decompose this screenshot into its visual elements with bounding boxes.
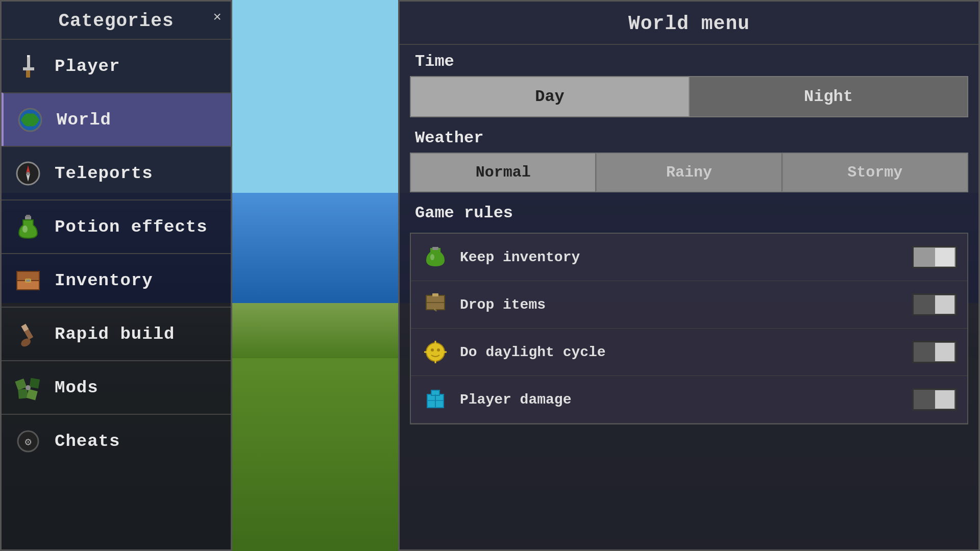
game-rules-section-label: Game rules — [400, 196, 978, 228]
sidebar-item-teleports[interactable]: Teleports — [2, 146, 231, 199]
world-icon — [14, 104, 46, 136]
close-button[interactable]: × — [213, 10, 222, 26]
svg-point-46 — [437, 348, 440, 352]
svg-rect-31 — [432, 247, 438, 250]
svg-rect-23 — [15, 378, 27, 390]
player-damage-toggle[interactable] — [912, 388, 957, 411]
gap-2 — [400, 192, 978, 196]
player-damage-label: Player damage — [460, 392, 912, 408]
svg-rect-1 — [23, 67, 34, 70]
sidebar-item-inventory[interactable]: Inventory — [2, 253, 231, 307]
cheats-icon: ⚙ — [12, 425, 44, 458]
svg-point-12 — [22, 226, 28, 233]
svg-point-45 — [431, 348, 434, 352]
daylight-cycle-toggle-thumb — [935, 343, 954, 361]
rule-keep-inventory: Keep inventory — [411, 234, 967, 281]
daylight-cycle-label: Do daylight cycle — [460, 344, 912, 360]
keep-inventory-label: Keep inventory — [460, 249, 912, 265]
weather-stormy-button[interactable]: Stormy — [782, 153, 968, 192]
svg-point-27 — [26, 385, 31, 390]
sidebar-item-label-rapid-build: Rapid build — [55, 324, 175, 344]
rule-daylight-cycle: Do daylight cycle — [411, 329, 967, 376]
weather-normal-button[interactable]: Normal — [410, 153, 596, 192]
time-day-button[interactable]: Day — [410, 76, 689, 117]
drop-items-icon: ✎ — [421, 290, 450, 319]
game-rules-list: Keep inventory ✎ Drop items — [410, 233, 968, 424]
weather-section-label: Weather — [400, 121, 978, 153]
svg-rect-3 — [27, 55, 29, 57]
svg-text:⚙: ⚙ — [24, 435, 31, 448]
sidebar-item-label-cheats: Cheats — [55, 432, 120, 451]
svg-rect-37 — [432, 293, 438, 296]
sidebar-item-label-mods: Mods — [55, 378, 99, 397]
world-menu-panel: World menu Time Day Night Weather Normal… — [398, 0, 980, 551]
drop-items-label: Drop items — [460, 297, 912, 313]
svg-rect-25 — [18, 389, 28, 399]
weather-buttons-container: Normal Rainy Stormy — [410, 153, 968, 192]
compass-icon — [12, 157, 44, 190]
keep-inventory-toggle-thumb — [935, 248, 954, 266]
time-buttons-container: Day Night — [410, 76, 968, 117]
categories-title-bar: Categories × — [2, 2, 231, 39]
player-damage-toggle-thumb — [935, 390, 954, 409]
potion-icon — [12, 211, 44, 243]
weather-rainy-button[interactable]: Rainy — [596, 153, 781, 192]
sidebar-item-label-inventory: Inventory — [55, 271, 153, 290]
svg-point-32 — [430, 254, 434, 260]
rule-player-damage: Player damage — [411, 376, 967, 423]
drop-items-toggle[interactable] — [912, 293, 957, 316]
svg-rect-19 — [26, 280, 30, 282]
svg-text:✎: ✎ — [434, 307, 437, 313]
player-damage-icon — [421, 385, 450, 414]
rule-drop-items: ✎ Drop items — [411, 281, 967, 329]
daylight-cycle-toggle[interactable] — [912, 341, 957, 363]
sidebar-item-label-teleports: Teleports — [55, 164, 153, 183]
sidebar-item-potion-effects[interactable]: Potion effects — [2, 199, 231, 253]
svg-rect-24 — [29, 378, 40, 388]
sidebar-item-label-potion-effects: Potion effects — [55, 217, 208, 237]
svg-rect-26 — [27, 389, 38, 400]
sword-icon — [12, 50, 44, 83]
world-menu-title: World menu — [400, 2, 978, 44]
sidebar-item-rapid-build[interactable]: Rapid build — [2, 307, 231, 360]
sidebar-item-label-player: Player — [55, 57, 120, 76]
build-icon — [12, 318, 44, 350]
keep-inventory-icon — [421, 243, 450, 271]
chest-icon — [12, 264, 44, 297]
svg-rect-2 — [26, 70, 30, 78]
gap-1 — [400, 117, 978, 121]
sidebar-item-cheats[interactable]: ⚙ Cheats — [2, 414, 231, 467]
drop-items-toggle-thumb — [935, 295, 954, 314]
sidebar-item-label-world: World — [57, 110, 111, 130]
daylight-cycle-icon — [421, 338, 450, 366]
time-section-label: Time — [400, 45, 978, 76]
time-night-button[interactable]: Night — [689, 76, 968, 117]
sidebar-item-world[interactable]: World — [2, 92, 231, 146]
categories-panel: Categories × Player World — [0, 0, 232, 551]
sidebar-item-mods[interactable]: Mods — [2, 360, 231, 414]
keep-inventory-toggle[interactable] — [912, 246, 957, 268]
svg-rect-13 — [26, 215, 30, 217]
sidebar-item-player[interactable]: Player — [2, 39, 231, 92]
categories-title: Categories — [58, 11, 174, 32]
svg-point-10 — [27, 172, 30, 175]
mods-icon — [12, 371, 44, 404]
